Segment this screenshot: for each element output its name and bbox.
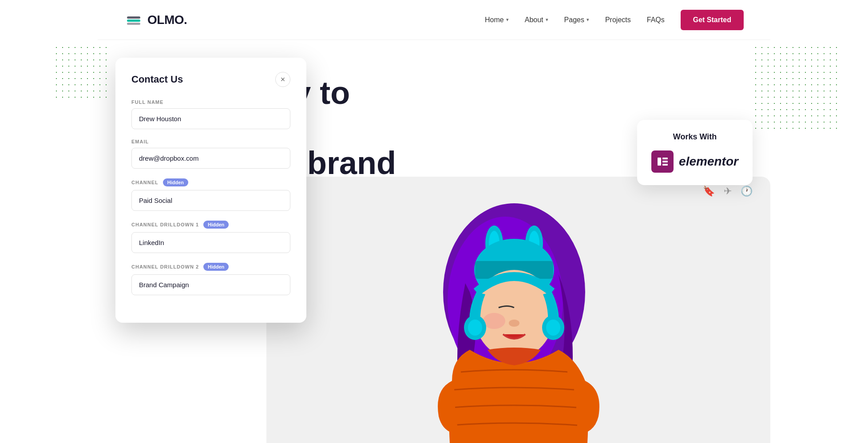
works-with-title: Works With	[650, 132, 739, 142]
pages-caret: ▾	[587, 17, 589, 23]
svg-point-16	[468, 320, 482, 336]
logo[interactable]: OLMO.	[124, 11, 187, 29]
home-caret: ▾	[506, 17, 509, 23]
logo-icon	[124, 11, 143, 29]
elementor-logo: elementor	[650, 150, 739, 173]
channel-input[interactable]	[131, 190, 290, 211]
svg-point-13	[483, 313, 505, 329]
full-name-label-row: FULL NAME	[131, 99, 290, 105]
email-label-row: EMAIL	[131, 139, 290, 144]
nav-links: Home ▾ About ▾ Pages ▾ Projects FAQs Get…	[485, 10, 744, 30]
channel-drilldown2-badge: Hidden	[203, 263, 229, 271]
modal-close-button[interactable]: ×	[275, 72, 290, 87]
channel-group: CHANNEL Hidden	[131, 178, 290, 211]
full-name-group: FULL NAME	[131, 99, 290, 129]
email-label: EMAIL	[131, 139, 149, 144]
svg-rect-20	[662, 161, 668, 162]
get-started-button[interactable]: Get Started	[681, 10, 744, 30]
modal-overlay: Contact Us × FULL NAME EMAIL CHANNEL Hid…	[115, 58, 306, 323]
svg-rect-21	[662, 164, 668, 166]
channel-drilldown2-label-row: CHANNEL DRILLDOWN 2 Hidden	[131, 263, 290, 271]
channel-drilldown1-group: CHANNEL DRILLDOWN 1 Hidden	[131, 221, 290, 253]
svg-rect-19	[662, 158, 668, 159]
svg-rect-1	[127, 16, 140, 19]
contact-modal: Contact Us × FULL NAME EMAIL CHANNEL Hid…	[115, 58, 306, 323]
channel-label: CHANNEL	[131, 180, 159, 185]
nav-about[interactable]: About ▾	[525, 16, 548, 24]
channel-hidden-badge: Hidden	[163, 178, 188, 186]
full-name-input[interactable]	[131, 108, 290, 129]
channel-drilldown1-input[interactable]	[131, 232, 290, 253]
channel-drilldown1-label: CHANNEL DRILLDOWN 1	[131, 222, 199, 227]
svg-rect-2	[127, 23, 140, 25]
about-caret: ▾	[546, 17, 548, 23]
channel-drilldown2-group: CHANNEL DRILLDOWN 2 Hidden	[131, 263, 290, 295]
channel-drilldown2-input[interactable]	[131, 274, 290, 295]
modal-header: Contact Us ×	[131, 72, 290, 87]
nav-pages[interactable]: Pages ▾	[564, 16, 589, 24]
channel-drilldown1-badge: Hidden	[203, 221, 229, 229]
dot-pattern-left	[53, 44, 107, 98]
elementor-icon	[651, 150, 674, 173]
email-group: EMAIL	[131, 139, 290, 169]
hero-illustration	[425, 194, 612, 443]
nav-home[interactable]: Home ▾	[485, 16, 509, 24]
navbar: OLMO. Home ▾ About ▾ Pages ▾ Projects FA…	[98, 0, 770, 40]
channel-drilldown1-label-row: CHANNEL DRILLDOWN 1 Hidden	[131, 221, 290, 229]
nav-faqs[interactable]: FAQs	[647, 16, 665, 24]
svg-rect-0	[127, 20, 140, 22]
modal-title: Contact Us	[131, 74, 183, 85]
elementor-text: elementor	[679, 154, 738, 169]
send-icon[interactable]: ✈	[724, 186, 732, 197]
svg-point-12	[509, 320, 519, 327]
full-name-label: FULL NAME	[131, 99, 163, 105]
clock-icon[interactable]: 🕐	[741, 186, 753, 197]
email-input[interactable]	[131, 148, 290, 169]
hero-toolbar: 🔖 ✈ 🕐	[703, 186, 753, 197]
channel-drilldown2-label: CHANNEL DRILLDOWN 2	[131, 264, 199, 269]
logo-text: OLMO.	[147, 13, 187, 27]
svg-point-17	[546, 320, 560, 336]
hero-image-area: 🔖 ✈ 🕐	[266, 177, 770, 443]
svg-rect-18	[658, 158, 661, 166]
works-with-card: Works With elementor	[637, 120, 753, 185]
nav-projects[interactable]: Projects	[605, 16, 631, 24]
channel-label-row: CHANNEL Hidden	[131, 178, 290, 186]
bookmark-icon[interactable]: 🔖	[703, 186, 715, 197]
dot-pattern-right	[753, 44, 841, 133]
